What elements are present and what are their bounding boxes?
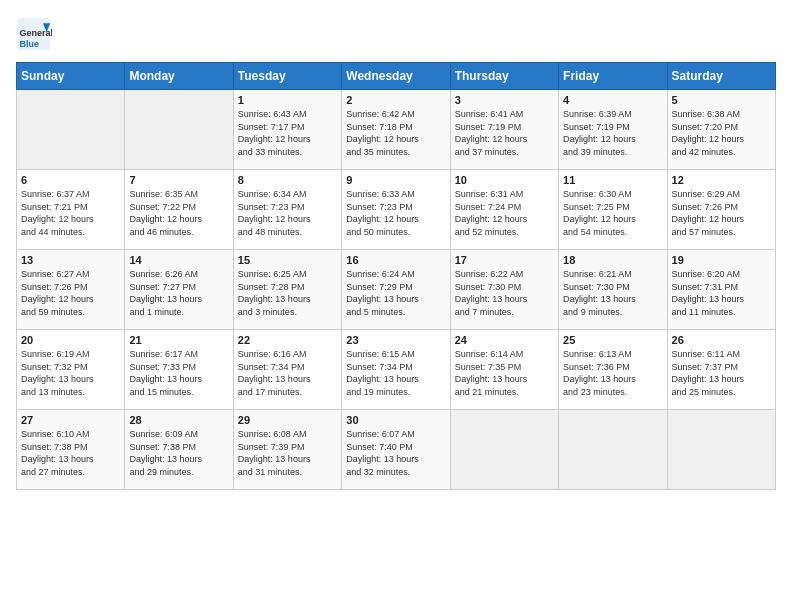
day-number: 14 [129,254,228,266]
day-number: 2 [346,94,445,106]
day-info: Sunrise: 6:41 AM Sunset: 7:19 PM Dayligh… [455,108,554,158]
day-info: Sunrise: 6:13 AM Sunset: 7:36 PM Dayligh… [563,348,662,398]
day-number: 8 [238,174,337,186]
calendar-cell: 10Sunrise: 6:31 AM Sunset: 7:24 PM Dayli… [450,170,558,250]
calendar-cell: 9Sunrise: 6:33 AM Sunset: 7:23 PM Daylig… [342,170,450,250]
day-info: Sunrise: 6:16 AM Sunset: 7:34 PM Dayligh… [238,348,337,398]
logo-icon: General Blue [16,16,52,52]
calendar-cell: 16Sunrise: 6:24 AM Sunset: 7:29 PM Dayli… [342,250,450,330]
calendar-cell: 3Sunrise: 6:41 AM Sunset: 7:19 PM Daylig… [450,90,558,170]
header: General Blue [16,16,776,52]
day-info: Sunrise: 6:19 AM Sunset: 7:32 PM Dayligh… [21,348,120,398]
day-number: 16 [346,254,445,266]
calendar-cell: 13Sunrise: 6:27 AM Sunset: 7:26 PM Dayli… [17,250,125,330]
header-day-monday: Monday [125,63,233,90]
week-row-4: 20Sunrise: 6:19 AM Sunset: 7:32 PM Dayli… [17,330,776,410]
calendar-cell: 1Sunrise: 6:43 AM Sunset: 7:17 PM Daylig… [233,90,341,170]
calendar-cell: 28Sunrise: 6:09 AM Sunset: 7:38 PM Dayli… [125,410,233,490]
calendar-header: SundayMondayTuesdayWednesdayThursdayFrid… [17,63,776,90]
calendar-cell: 6Sunrise: 6:37 AM Sunset: 7:21 PM Daylig… [17,170,125,250]
day-number: 3 [455,94,554,106]
calendar-cell: 20Sunrise: 6:19 AM Sunset: 7:32 PM Dayli… [17,330,125,410]
day-number: 29 [238,414,337,426]
day-number: 7 [129,174,228,186]
day-number: 21 [129,334,228,346]
calendar-cell [125,90,233,170]
day-info: Sunrise: 6:08 AM Sunset: 7:39 PM Dayligh… [238,428,337,478]
day-number: 18 [563,254,662,266]
calendar-cell: 19Sunrise: 6:20 AM Sunset: 7:31 PM Dayli… [667,250,775,330]
calendar-cell: 7Sunrise: 6:35 AM Sunset: 7:22 PM Daylig… [125,170,233,250]
day-number: 5 [672,94,771,106]
day-number: 17 [455,254,554,266]
calendar-cell: 4Sunrise: 6:39 AM Sunset: 7:19 PM Daylig… [559,90,667,170]
week-row-5: 27Sunrise: 6:10 AM Sunset: 7:38 PM Dayli… [17,410,776,490]
day-number: 25 [563,334,662,346]
day-info: Sunrise: 6:25 AM Sunset: 7:28 PM Dayligh… [238,268,337,318]
day-number: 9 [346,174,445,186]
calendar-cell: 26Sunrise: 6:11 AM Sunset: 7:37 PM Dayli… [667,330,775,410]
day-info: Sunrise: 6:21 AM Sunset: 7:30 PM Dayligh… [563,268,662,318]
calendar-cell: 24Sunrise: 6:14 AM Sunset: 7:35 PM Dayli… [450,330,558,410]
calendar-cell: 23Sunrise: 6:15 AM Sunset: 7:34 PM Dayli… [342,330,450,410]
calendar-cell: 29Sunrise: 6:08 AM Sunset: 7:39 PM Dayli… [233,410,341,490]
calendar-cell: 8Sunrise: 6:34 AM Sunset: 7:23 PM Daylig… [233,170,341,250]
calendar-cell: 25Sunrise: 6:13 AM Sunset: 7:36 PM Dayli… [559,330,667,410]
calendar-cell [450,410,558,490]
day-info: Sunrise: 6:29 AM Sunset: 7:26 PM Dayligh… [672,188,771,238]
day-info: Sunrise: 6:43 AM Sunset: 7:17 PM Dayligh… [238,108,337,158]
day-info: Sunrise: 6:27 AM Sunset: 7:26 PM Dayligh… [21,268,120,318]
day-info: Sunrise: 6:39 AM Sunset: 7:19 PM Dayligh… [563,108,662,158]
calendar-cell: 18Sunrise: 6:21 AM Sunset: 7:30 PM Dayli… [559,250,667,330]
day-number: 28 [129,414,228,426]
day-number: 22 [238,334,337,346]
day-info: Sunrise: 6:09 AM Sunset: 7:38 PM Dayligh… [129,428,228,478]
calendar-cell: 27Sunrise: 6:10 AM Sunset: 7:38 PM Dayli… [17,410,125,490]
day-info: Sunrise: 6:20 AM Sunset: 7:31 PM Dayligh… [672,268,771,318]
day-info: Sunrise: 6:26 AM Sunset: 7:27 PM Dayligh… [129,268,228,318]
calendar-cell: 12Sunrise: 6:29 AM Sunset: 7:26 PM Dayli… [667,170,775,250]
day-number: 30 [346,414,445,426]
day-info: Sunrise: 6:11 AM Sunset: 7:37 PM Dayligh… [672,348,771,398]
header-day-friday: Friday [559,63,667,90]
day-number: 19 [672,254,771,266]
day-info: Sunrise: 6:14 AM Sunset: 7:35 PM Dayligh… [455,348,554,398]
svg-text:Blue: Blue [20,39,40,49]
day-info: Sunrise: 6:24 AM Sunset: 7:29 PM Dayligh… [346,268,445,318]
day-number: 26 [672,334,771,346]
week-row-3: 13Sunrise: 6:27 AM Sunset: 7:26 PM Dayli… [17,250,776,330]
day-number: 12 [672,174,771,186]
day-info: Sunrise: 6:35 AM Sunset: 7:22 PM Dayligh… [129,188,228,238]
day-number: 23 [346,334,445,346]
day-info: Sunrise: 6:33 AM Sunset: 7:23 PM Dayligh… [346,188,445,238]
day-info: Sunrise: 6:30 AM Sunset: 7:25 PM Dayligh… [563,188,662,238]
day-number: 13 [21,254,120,266]
header-day-saturday: Saturday [667,63,775,90]
calendar-cell [667,410,775,490]
calendar-cell: 30Sunrise: 6:07 AM Sunset: 7:40 PM Dayli… [342,410,450,490]
day-number: 10 [455,174,554,186]
calendar-cell: 2Sunrise: 6:42 AM Sunset: 7:18 PM Daylig… [342,90,450,170]
day-info: Sunrise: 6:10 AM Sunset: 7:38 PM Dayligh… [21,428,120,478]
day-info: Sunrise: 6:17 AM Sunset: 7:33 PM Dayligh… [129,348,228,398]
day-info: Sunrise: 6:42 AM Sunset: 7:18 PM Dayligh… [346,108,445,158]
day-number: 1 [238,94,337,106]
calendar-cell: 17Sunrise: 6:22 AM Sunset: 7:30 PM Dayli… [450,250,558,330]
calendar-cell: 21Sunrise: 6:17 AM Sunset: 7:33 PM Dayli… [125,330,233,410]
header-row: SundayMondayTuesdayWednesdayThursdayFrid… [17,63,776,90]
calendar-cell: 14Sunrise: 6:26 AM Sunset: 7:27 PM Dayli… [125,250,233,330]
logo: General Blue [16,16,56,52]
day-number: 15 [238,254,337,266]
day-info: Sunrise: 6:37 AM Sunset: 7:21 PM Dayligh… [21,188,120,238]
calendar-cell [17,90,125,170]
calendar-cell [559,410,667,490]
header-day-sunday: Sunday [17,63,125,90]
header-day-thursday: Thursday [450,63,558,90]
calendar-cell: 11Sunrise: 6:30 AM Sunset: 7:25 PM Dayli… [559,170,667,250]
day-number: 6 [21,174,120,186]
week-row-2: 6Sunrise: 6:37 AM Sunset: 7:21 PM Daylig… [17,170,776,250]
calendar-cell: 22Sunrise: 6:16 AM Sunset: 7:34 PM Dayli… [233,330,341,410]
day-number: 27 [21,414,120,426]
day-number: 20 [21,334,120,346]
calendar-table: SundayMondayTuesdayWednesdayThursdayFrid… [16,62,776,490]
